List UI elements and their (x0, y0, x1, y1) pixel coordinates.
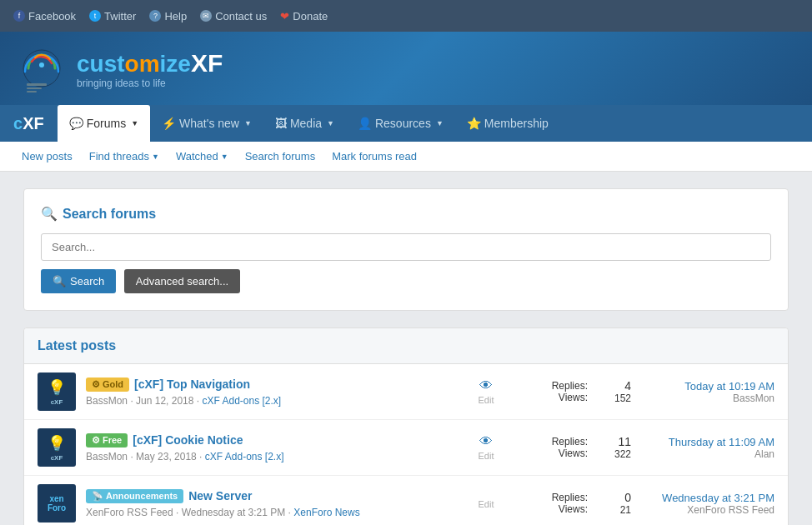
person-icon: 👤 (358, 117, 372, 130)
facebook-link[interactable]: f Facebook (13, 10, 76, 22)
edit-label-1[interactable]: Edit (479, 395, 494, 405)
search-btn-icon: 🔍 (53, 275, 66, 288)
top-bar: f Facebook t Twitter ? Help ✉ Contact us… (0, 0, 812, 32)
avatar: 💡 cXF (38, 372, 76, 411)
stats-numbers-2: Replies: Views: (521, 436, 588, 459)
nav-forums-label: Forums (87, 117, 126, 130)
post-meta-1: BassMon · Jun 12, 2018 · cXF Add-ons [2.… (86, 395, 451, 407)
star-icon: ⭐ (467, 117, 481, 130)
nav-media-label: Media (290, 117, 322, 130)
nav-media[interactable]: 🖼 Media ▼ (263, 105, 346, 142)
help-label: Help (164, 10, 187, 22)
post-title-row-3: 📡 Announcements New Server (86, 489, 451, 503)
table-row: xenForo 📡 Announcements New Server XenFo… (24, 476, 788, 525)
stats-numbers-3: Replies: Views: (521, 492, 588, 515)
post-meta-2: BassMon · May 23, 2018 · cXF Add-ons [2.… (86, 451, 451, 462)
post-title-link-1[interactable]: [cXF] Top Navigation (134, 378, 250, 391)
rss-icon: 📡 (92, 491, 103, 502)
heart-icon: ❤ (280, 10, 289, 22)
search-button[interactable]: 🔍 Search (41, 269, 116, 293)
post-title-row-1: ⚙ Gold [cXF] Top Navigation (86, 378, 451, 392)
nav-forums[interactable]: 💬 Forums ▼ (58, 105, 150, 142)
media-caret: ▼ (327, 119, 334, 128)
post-category-2[interactable]: cXF Add-ons [2.x] (205, 451, 284, 462)
post-date-2: Thursday at 11:09 AM Alan (641, 436, 774, 460)
table-row: 💡 cXF ⚙ Free [cXF] Cookie Notice BassMon… (24, 420, 788, 476)
image-icon: 🖼 (275, 117, 287, 130)
watch-icon-1[interactable]: 👁 (479, 378, 493, 393)
latest-posts: Latest posts 💡 cXF ⚙ Gold [cXF] Top Navi… (23, 328, 789, 525)
badge-gold-1: ⚙ Gold (86, 378, 129, 392)
contact-label: Contact us (215, 10, 267, 22)
avatar-cxf-1: 💡 cXF (38, 372, 76, 411)
stats-values-1: 4 152 (598, 379, 631, 404)
edit-label-3[interactable]: Edit (479, 499, 494, 509)
svg-point-1 (39, 62, 44, 68)
advanced-search-button[interactable]: Advanced search... (124, 269, 240, 293)
avatar: 💡 cXF (38, 428, 76, 467)
logo-ize: ize (160, 51, 191, 77)
mail-icon: ✉ (200, 10, 212, 22)
nav-membership-label: Membership (484, 117, 549, 130)
search-input[interactable] (41, 233, 771, 261)
subnav-new-posts[interactable]: New posts (13, 142, 81, 172)
stats-values-2: 11 322 (598, 435, 631, 460)
resources-caret: ▼ (436, 119, 444, 128)
chat-icon: 💬 (69, 117, 83, 130)
twitter-label: Twitter (104, 10, 136, 22)
post-title-link-2[interactable]: [cXF] Cookie Notice (133, 433, 243, 447)
post-stats-1: 👁 Edit (461, 378, 511, 405)
contact-link[interactable]: ✉ Contact us (200, 10, 267, 22)
avatar-cxf-2: 💡 cXF (38, 428, 76, 467)
find-threads-caret: ▼ (152, 152, 159, 161)
subnav-find-threads[interactable]: Find threads ▼ (81, 142, 168, 172)
forums-caret: ▼ (131, 119, 138, 128)
logo-om: om (125, 51, 160, 77)
donate-label: Donate (293, 10, 328, 22)
search-box-title: 🔍 Search forums (41, 206, 771, 222)
twitter-icon: t (89, 10, 101, 22)
stats-values-3: 0 21 (598, 491, 631, 516)
lightning-icon: ⚡ (162, 117, 176, 130)
help-link[interactable]: ? Help (149, 10, 187, 22)
subnav-search-forums[interactable]: Search forums (237, 142, 324, 172)
post-title-link-3[interactable]: New Server (188, 489, 252, 502)
nav-bar: cXF 💬 Forums ▼ ⚡ What's new ▼ 🖼 Media ▼ … (0, 105, 812, 142)
logo-tagline: bringing ideas to life (77, 78, 223, 89)
nav-logo-small: cXF (7, 114, 51, 133)
logo-xf: XF (191, 49, 223, 77)
search-icon: 🔍 (41, 206, 58, 222)
table-row: 💡 cXF ⚙ Gold [cXF] Top Navigation BassMo… (24, 364, 788, 420)
subnav-mark-read[interactable]: Mark forums read (323, 142, 425, 172)
nav-resources[interactable]: 👤 Resources ▼ (346, 105, 455, 142)
post-date-1: Today at 10:19 AM BassMon (641, 380, 774, 404)
post-date-3: Wednesday at 3:21 PM XenForo RSS Feed (641, 492, 774, 516)
gear-icon-2: ⚙ (92, 435, 100, 446)
badge-free-2: ⚙ Free (86, 433, 128, 448)
nav-membership[interactable]: ⭐ Membership (455, 105, 560, 142)
watch-icon-2[interactable]: 👁 (479, 434, 493, 449)
nav-whats-new-label: What's new (179, 117, 239, 130)
post-meta-3: XenForo RSS Feed · Wednesday at 3:21 PM … (86, 507, 451, 518)
logo-container: customizeXF bringing ideas to life (17, 45, 223, 95)
post-title-row-2: ⚙ Free [cXF] Cookie Notice (86, 433, 451, 448)
gear-icon: ⚙ (92, 379, 100, 390)
whats-new-caret: ▼ (244, 119, 252, 128)
help-icon: ? (149, 10, 161, 22)
svg-rect-2 (27, 83, 47, 86)
donate-link[interactable]: ❤ Donate (280, 10, 328, 22)
watched-caret: ▼ (221, 152, 228, 161)
edit-label-2[interactable]: Edit (479, 451, 494, 461)
avatar: xenForo (38, 484, 76, 522)
avatar-xenforo-3: xenForo (38, 484, 76, 522)
post-category-1[interactable]: cXF Add-ons [2.x] (202, 395, 281, 407)
post-category-3[interactable]: XenForo News (293, 507, 359, 518)
post-stats-3: Edit (461, 498, 511, 509)
twitter-link[interactable]: t Twitter (89, 10, 136, 22)
svg-rect-3 (27, 88, 42, 89)
facebook-icon: f (13, 10, 25, 22)
subnav-watched[interactable]: Watched ▼ (168, 142, 237, 172)
search-box: 🔍 Search forums 🔍 Search Advanced search… (23, 188, 789, 311)
nav-whats-new[interactable]: ⚡ What's new ▼ (150, 105, 263, 142)
sub-nav: New posts Find threads ▼ Watched ▼ Searc… (0, 142, 812, 172)
